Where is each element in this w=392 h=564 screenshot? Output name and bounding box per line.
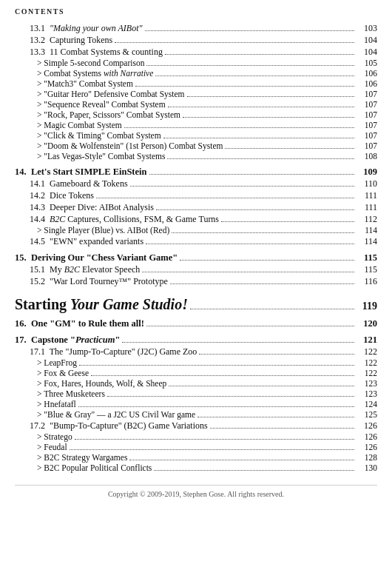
toc-entry: > B2C Strategy Wargames128	[15, 453, 377, 463]
entry-page: 114	[356, 236, 377, 247]
entry-page: 105	[356, 58, 377, 67]
entry-label: > Magic Combat System	[37, 121, 122, 130]
entry-dots	[155, 75, 354, 76]
entry-page: 107	[356, 121, 377, 130]
entry-label: 14.2 Dice Tokens	[30, 190, 94, 201]
entry-label: 16. One "GM" to Rule them all!	[15, 318, 144, 329]
toc-entry: > Combat Systems with Narrative106	[15, 69, 377, 78]
toc-entry: 15.2 "War Lord Tourney™" Prototype116	[15, 276, 377, 287]
entry-label: > Hnefatafl	[37, 400, 76, 409]
toc-entry: 16. One "GM" to Rule them all!120	[15, 318, 377, 329]
entry-dots	[135, 86, 354, 87]
entry-page: 125	[356, 410, 377, 419]
entry-dots	[115, 42, 354, 43]
entry-dots	[91, 375, 354, 376]
entry-label: > Combat Systems with Narrative	[37, 69, 153, 78]
entry-label: > Simple 5-second Comparison	[37, 58, 144, 67]
entry-page: 104	[356, 35, 377, 46]
entry-label: 14.3 Deeper Dive: AIBot Analysis	[30, 202, 154, 213]
entry-page: 122	[356, 346, 377, 357]
toc-container: 13.1 "Making your own AIBot"10313.2 Capt…	[15, 23, 377, 473]
entry-page: 107	[356, 131, 377, 140]
entry-page: 130	[356, 463, 377, 472]
entry-dots	[146, 65, 354, 66]
entry-page: 121	[356, 335, 377, 346]
toc-entry: 17.1 The "Jump-To-Capture" (J2C) Game Zo…	[15, 346, 377, 357]
entry-page: 111	[356, 202, 377, 213]
entry-page: 106	[356, 69, 377, 78]
toc-entry: > B2C Popular Political Conflicts130	[15, 463, 377, 473]
toc-entry: 13.2 Capturing Tokens104	[15, 35, 377, 46]
toc-entry: 13.1 "Making your own AIBot"103	[15, 23, 377, 34]
toc-entry: > "Doom & Wolfenstein" (1st Person) Comb…	[15, 141, 377, 151]
entry-page: 111	[356, 190, 377, 201]
toc-entry: 14.1 Gameboard & Tokens110	[15, 178, 377, 189]
toc-entry: 15. Deriving Our "Chess Variant Game"115	[15, 252, 377, 263]
entry-dots	[146, 244, 354, 244]
entry-page: 114	[356, 226, 377, 235]
toc-entry: > "Match3" Combat System106	[15, 79, 377, 89]
entry-page: 110	[356, 178, 377, 189]
toc-entry: > Fox & Geese122	[15, 369, 377, 378]
entry-label: 14.5 "EWN" expanded variants	[30, 236, 143, 247]
entry-dots	[70, 449, 354, 450]
entry-dots	[129, 460, 354, 460]
entry-dots	[167, 158, 354, 159]
entry-page: 120	[356, 318, 377, 329]
entry-dots	[199, 354, 354, 355]
toc-entry: > "Las Vegas-Style" Combat Systems108	[15, 152, 377, 161]
entry-label: > "Blue & Gray" — a J2C US Civil War gam…	[37, 410, 195, 419]
toc-entry: 14.3 Deeper Dive: AIBot Analysis111	[15, 202, 377, 213]
entry-page: 126	[356, 420, 377, 432]
entry-dots	[130, 186, 354, 187]
entry-dots	[145, 30, 354, 31]
big-section-entry: Starting Your Game Studio!119	[15, 296, 377, 313]
entry-label: > "Rock, Paper, Scissors" Combat System	[37, 110, 180, 119]
toc-entry: > Stratego126	[15, 432, 377, 442]
entry-label: > Fox & Geese	[37, 369, 89, 377]
entry-dots	[221, 221, 354, 222]
entry-page: 107	[356, 110, 377, 119]
entry-dots	[107, 396, 354, 397]
entry-page: 104	[356, 47, 377, 58]
entry-dots	[149, 174, 355, 175]
entry-page: 122	[356, 358, 377, 367]
toc-entry: 15.1 My B2C Elevator Speech115	[15, 264, 377, 275]
footer: Copyright © 2009-2019, Stephen Gose. All…	[15, 485, 377, 498]
entry-label: 15. Deriving Our "Chess Variant Game"	[15, 252, 178, 263]
entry-page: 124	[356, 400, 377, 409]
toc-entry: > Hnefatafl124	[15, 400, 377, 409]
entry-label: > "Guitar Hero" Defensive Combat System	[37, 90, 185, 98]
entry-dots	[169, 386, 354, 386]
entry-page: 112	[356, 214, 377, 225]
entry-page: 109	[356, 167, 377, 178]
entry-dots	[142, 272, 354, 272]
toc-entry: > Single Player (Blue) vs. AIBot (Red)11…	[15, 226, 377, 235]
entry-page: 108	[356, 152, 377, 161]
entry-label: > B2C Strategy Wargames	[37, 453, 127, 462]
toc-entry: > Feudal126	[15, 443, 377, 452]
entry-page: 115	[356, 264, 377, 275]
toc-entry: > "Click & Timing" Combat System107	[15, 131, 377, 141]
entry-dots	[146, 326, 354, 326]
entry-page: 107	[356, 90, 377, 98]
entry-dots	[180, 260, 354, 261]
entry-dots	[75, 439, 354, 440]
toc-entry: 14.2 Dice Tokens111	[15, 190, 377, 201]
entry-label: 14. Let's Start SIMPLE EinStein	[15, 167, 147, 178]
toc-entry: > Three Musketeers123	[15, 389, 377, 399]
entry-label: 17. Capstone "Practicum"	[15, 335, 120, 346]
entry-dots	[187, 96, 354, 97]
entry-label: > Fox, Hares, Hounds, Wolf, & Sheep	[37, 379, 166, 388]
entry-label: 15.2 "War Lord Tourney™" Prototype	[30, 276, 168, 287]
entry-dots	[170, 283, 354, 284]
entry-label: 15.1 My B2C Elevator Speech	[30, 264, 140, 275]
entry-page: 116	[356, 276, 377, 287]
entry-label: > Three Musketeers	[37, 389, 105, 398]
entry-dots	[154, 470, 354, 471]
entry-label: > Feudal	[37, 443, 67, 451]
entry-dots	[210, 428, 354, 429]
entry-dots	[172, 232, 354, 233]
entry-page: 123	[356, 379, 377, 388]
entry-page: 126	[356, 443, 377, 451]
